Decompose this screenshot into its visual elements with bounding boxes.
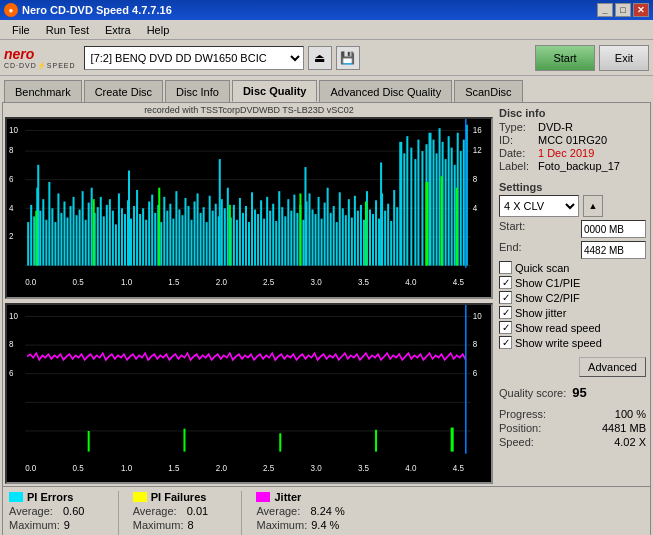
pi-errors-avg-value: 0.60	[63, 505, 103, 517]
svg-rect-180	[365, 201, 367, 265]
drive-select[interactable]: [7:2] BENQ DVD DD DW1650 BCIC	[84, 46, 304, 70]
speed-select[interactable]: 4 X CLV	[499, 195, 579, 217]
show-read-speed-label: Show read speed	[515, 322, 601, 334]
advanced-button[interactable]: Advanced	[579, 357, 646, 377]
menu-help[interactable]: Help	[139, 22, 178, 38]
show-jitter-label: Show jitter	[515, 307, 566, 319]
tab-benchmark[interactable]: Benchmark	[4, 80, 82, 102]
show-write-speed-checkbox[interactable]	[499, 336, 512, 349]
show-read-speed-checkbox[interactable]	[499, 321, 512, 334]
exit-button[interactable]: Exit	[599, 45, 649, 71]
quick-scan-checkbox[interactable]	[499, 261, 512, 274]
svg-rect-92	[227, 188, 229, 266]
svg-text:2: 2	[9, 231, 14, 242]
toolbar: nero CD·DVD⚡SPEED [7:2] BENQ DVD DD DW16…	[0, 40, 653, 76]
position-label: Position:	[499, 422, 541, 434]
logo-sub: CD·DVD⚡SPEED	[4, 62, 76, 70]
svg-text:0.5: 0.5	[73, 277, 84, 288]
svg-rect-73	[169, 204, 171, 266]
svg-rect-154	[399, 142, 402, 266]
svg-rect-65	[145, 220, 147, 266]
svg-rect-60	[130, 219, 132, 266]
tab-disc-quality[interactable]: Disc Quality	[232, 80, 318, 102]
svg-rect-107	[272, 204, 274, 266]
svg-rect-61	[133, 206, 135, 266]
date-value: 1 Dec 2019	[538, 147, 594, 159]
minimize-button[interactable]: _	[597, 3, 613, 17]
end-label: End:	[499, 241, 522, 259]
id-value: MCC 01RG20	[538, 134, 607, 146]
save-icon[interactable]: 💾	[336, 46, 360, 70]
settings-title: Settings	[499, 181, 646, 193]
svg-rect-34	[51, 208, 53, 265]
svg-rect-53	[109, 199, 111, 265]
start-label: Start:	[499, 220, 525, 238]
svg-rect-124	[324, 203, 326, 266]
svg-rect-169	[451, 148, 453, 266]
start-button[interactable]: Start	[535, 45, 595, 71]
jitter-color	[256, 492, 270, 502]
svg-rect-56	[118, 193, 120, 265]
svg-rect-70	[160, 222, 162, 266]
menu-file[interactable]: File	[4, 22, 38, 38]
close-button[interactable]: ✕	[633, 3, 649, 17]
maximize-button[interactable]: □	[615, 3, 631, 17]
pi-failures-max-label: Maximum:	[133, 519, 184, 531]
show-c1pie-checkbox[interactable]	[499, 276, 512, 289]
recording-info: recorded with TSSTcorpDVDWBD TS-LB23D vS…	[5, 105, 493, 115]
svg-rect-151	[219, 159, 221, 265]
svg-rect-183	[456, 188, 458, 266]
spin-up-button[interactable]: ▲	[583, 195, 603, 217]
svg-rect-94	[233, 205, 235, 266]
end-row: End: 4482 MB	[499, 241, 646, 259]
svg-rect-30	[39, 211, 41, 266]
pi-failures-avg-value: 0.01	[187, 505, 227, 517]
svg-rect-137	[363, 220, 365, 266]
svg-rect-208	[183, 428, 185, 451]
svg-rect-47	[91, 188, 93, 266]
menu-extra[interactable]: Extra	[97, 22, 139, 38]
pi-failures-max-value: 8	[187, 519, 227, 531]
svg-text:1.0: 1.0	[121, 277, 132, 288]
eject-icon[interactable]: ⏏	[308, 46, 332, 70]
settings-section: Settings 4 X CLV ▲ Start: 0000 MB End: 4…	[499, 181, 646, 377]
svg-rect-178	[229, 205, 231, 266]
tab-advanced-disc-quality[interactable]: Advanced Disc Quality	[319, 80, 452, 102]
svg-rect-211	[451, 427, 454, 451]
svg-rect-145	[387, 204, 389, 266]
menu-run-test[interactable]: Run Test	[38, 22, 97, 38]
svg-text:10: 10	[9, 124, 18, 135]
pi-errors-avg-label: Average:	[9, 505, 59, 517]
svg-rect-172	[460, 151, 462, 266]
jitter-chart: 10 8 6 10 8 6 0.0 0.5 1.0 1.5 2.0 2.5	[5, 303, 493, 485]
quality-score-value: 95	[572, 385, 586, 400]
svg-rect-144	[384, 211, 386, 266]
svg-text:6: 6	[9, 367, 14, 378]
speed-select-row: 4 X CLV ▲	[499, 195, 646, 217]
svg-rect-177	[158, 188, 160, 266]
type-value: DVD-R	[538, 121, 573, 133]
svg-text:0.0: 0.0	[25, 277, 36, 288]
svg-text:4: 4	[9, 202, 14, 213]
svg-rect-44	[82, 191, 84, 265]
svg-rect-68	[154, 213, 156, 266]
svg-rect-152	[304, 167, 306, 265]
title-bar: ● Nero CD-DVD Speed 4.7.7.16 _ □ ✕	[0, 0, 653, 20]
svg-rect-43	[79, 209, 81, 265]
show-c2pif-checkbox[interactable]	[499, 291, 512, 304]
svg-text:8: 8	[473, 338, 478, 349]
svg-rect-28	[33, 216, 35, 265]
svg-text:4.5: 4.5	[453, 462, 464, 473]
svg-rect-80	[191, 220, 193, 266]
show-c2pif-label: Show C2/PIF	[515, 292, 580, 304]
svg-rect-72	[166, 211, 168, 266]
tab-disc-info[interactable]: Disc Info	[165, 80, 230, 102]
show-jitter-checkbox[interactable]	[499, 306, 512, 319]
svg-text:16: 16	[473, 124, 482, 135]
show-read-speed-row: Show read speed	[499, 321, 646, 334]
svg-rect-209	[279, 433, 281, 451]
tab-create-disc[interactable]: Create Disc	[84, 80, 163, 102]
label-label: Label:	[499, 160, 534, 172]
jitter-stats: Jitter Average: 8.24 % Maximum: 9.4 % PO…	[256, 491, 357, 535]
tab-scandisc[interactable]: ScanDisc	[454, 80, 522, 102]
